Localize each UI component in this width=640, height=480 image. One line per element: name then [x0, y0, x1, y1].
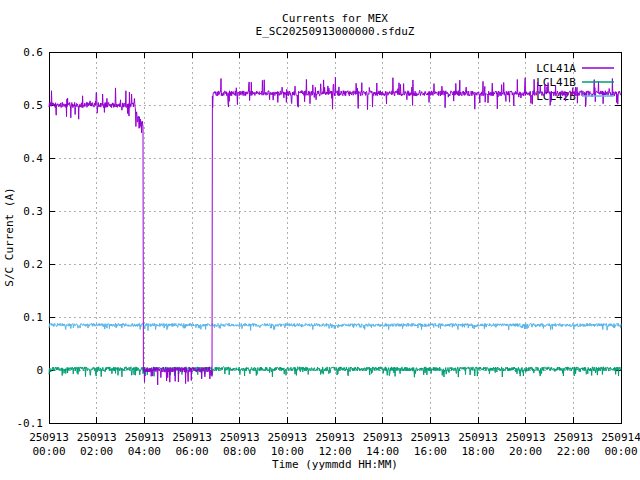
- y-tick-label: 0.6: [23, 46, 43, 59]
- legend-label-LCL41A: LCL41A: [536, 62, 576, 75]
- x-tick-label-date: 250913: [410, 431, 450, 444]
- x-tick-label-date: 250913: [315, 431, 355, 444]
- y-tick-label: 0.3: [23, 205, 43, 218]
- y-tick-label: 0.4: [23, 152, 43, 165]
- x-tick-label-time: 10:00: [271, 445, 304, 458]
- x-tick-label-time: 02:00: [80, 445, 113, 458]
- x-tick-label-date: 250913: [363, 431, 403, 444]
- y-tick-label: -0.1: [17, 417, 44, 430]
- x-tick-label-date: 250913: [124, 431, 164, 444]
- x-tick-label-time: 16:00: [414, 445, 447, 458]
- gnuplot-chart: Currents for MEX E_SC20250913000000.sfdu…: [0, 0, 640, 480]
- x-axis-label: Time (yymmdd HH:MM): [272, 458, 398, 471]
- x-tick-label-date: 250913: [506, 431, 546, 444]
- x-tick-label-time: 20:00: [509, 445, 542, 458]
- legend-label-LCL41B: LCL41B: [536, 76, 576, 89]
- x-tick-label-time: 08:00: [223, 445, 256, 458]
- x-tick-label-date: 250913: [172, 431, 212, 444]
- x-tick-label-date: 250913: [553, 431, 593, 444]
- x-tick-label-time: 00:00: [32, 445, 65, 458]
- series-LCL42B: [49, 323, 621, 330]
- x-tick-label-date: 250913: [77, 431, 117, 444]
- y-tick-label: 0: [36, 364, 43, 377]
- x-tick-label-time: 00:00: [604, 445, 637, 458]
- x-tick-label-time: 14:00: [366, 445, 399, 458]
- x-tick-label-date: 250913: [29, 431, 69, 444]
- x-tick-label-time: 12:00: [318, 445, 351, 458]
- x-tick-label-time: 22:00: [557, 445, 590, 458]
- x-tick-label-time: 06:00: [175, 445, 208, 458]
- y-tick-label: 0.5: [23, 99, 43, 112]
- chart-subtitle: E_SC20250913000000.sfduZ: [256, 25, 415, 38]
- x-tick-label-time: 04:00: [128, 445, 161, 458]
- x-tick-label-time: 18:00: [461, 445, 494, 458]
- y-tick-label: 0.1: [23, 311, 43, 324]
- chart-title: Currents for MEX: [282, 12, 388, 25]
- x-tick-label-date: 250913: [267, 431, 307, 444]
- x-tick-label-date: 250913: [458, 431, 498, 444]
- plot-area: 25091300:0025091302:0025091304:002509130…: [17, 46, 640, 458]
- currents-plot-canvas: Currents for MEX E_SC20250913000000.sfdu…: [0, 0, 640, 480]
- x-tick-label-date: 250914: [601, 431, 640, 444]
- x-tick-label-date: 250913: [220, 431, 260, 444]
- y-tick-label: 0.2: [23, 258, 43, 271]
- y-axis-label: S/C Current (A): [3, 187, 16, 286]
